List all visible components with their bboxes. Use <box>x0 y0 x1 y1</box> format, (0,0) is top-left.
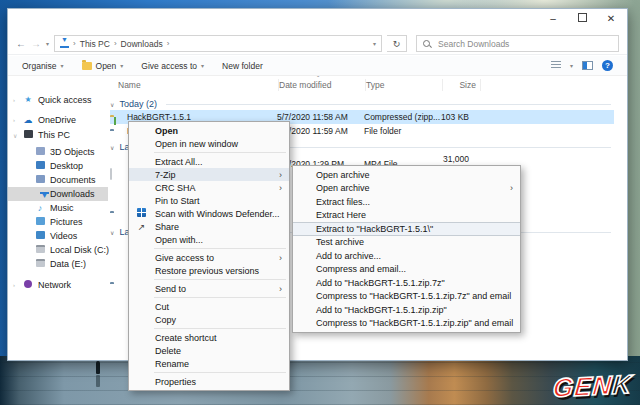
forward-button[interactable]: → <box>31 38 41 49</box>
menu-item-open-new-window[interactable]: Open in new window <box>129 137 289 150</box>
menu-item-delete[interactable]: Delete <box>129 344 289 357</box>
submenu-item-compress-email[interactable]: Compress and email... <box>293 263 520 277</box>
column-type[interactable]: Type <box>366 79 443 91</box>
submenu-item-add-to-archive[interactable]: Add to archive... <box>293 249 520 263</box>
breadcrumb-downloads[interactable]: Downloads <box>121 39 163 49</box>
help-icon[interactable]: ? <box>602 60 613 71</box>
submenu-arrow-icon: › <box>279 253 282 263</box>
change-view-icon[interactable] <box>551 61 561 70</box>
documents-icon <box>35 175 45 185</box>
menu-item-7zip[interactable]: 7-Zip › <box>129 168 289 181</box>
column-date-modified[interactable]: ˆ Date modified <box>279 79 366 91</box>
drive-icon <box>35 259 45 269</box>
submenu-item-extract-to[interactable]: Extract to "HackBGRT-1.5.1\" <box>293 222 520 236</box>
breadcrumb-separator: › <box>73 39 76 48</box>
refresh-button[interactable]: ↻ <box>387 35 407 52</box>
menu-item-give-access[interactable]: Give access to › <box>129 251 289 264</box>
preview-pane-icon[interactable] <box>582 61 593 70</box>
back-button[interactable]: ← <box>16 38 26 49</box>
organise-button[interactable]: Organise ▾ <box>22 61 64 71</box>
menu-separator <box>154 328 286 329</box>
menu-item-copy[interactable]: Copy <box>129 313 289 326</box>
give-access-button[interactable]: Give access to ▾ <box>141 61 204 71</box>
sidebar-item-network[interactable]: › Network <box>8 278 108 292</box>
expand-icon[interactable]: › <box>13 282 15 288</box>
submenu-arrow-icon: › <box>279 170 282 180</box>
caret-down-icon: ▾ <box>201 62 204 69</box>
submenu-item-test-archive[interactable]: Test archive <box>293 236 520 250</box>
sidebar-item-desktop[interactable]: Desktop <box>8 159 108 173</box>
file-date: 5/7/2020 11:58 AM <box>277 112 364 122</box>
caret-down-icon: ▾ <box>120 62 123 69</box>
sidebar-item-3d-objects[interactable]: 3D Objects <box>8 145 108 159</box>
submenu-item-extract-files[interactable]: Extract files... <box>293 195 520 209</box>
sidebar-item-onedrive[interactable]: › ☁ OneDrive <box>8 113 108 127</box>
sidebar-item-data-e[interactable]: Data (E:) <box>8 257 108 271</box>
menu-item-pin-to-start[interactable]: Pin to Start <box>129 194 289 207</box>
menu-item-open-with[interactable]: Open with... <box>129 233 289 246</box>
submenu-item-open-archive-sub[interactable]: Open archive › <box>293 182 520 196</box>
sidebar-item-this-pc[interactable]: ∨ This PC <box>8 128 108 142</box>
sidebar-item-documents[interactable]: Documents <box>8 173 108 187</box>
new-folder-button[interactable]: New folder <box>222 61 263 71</box>
submenu-item-add-zip[interactable]: Add to "HackBGRT-1.5.1.zip.zip" <box>293 303 520 317</box>
maximize-button[interactable] <box>576 12 588 26</box>
file-icon <box>110 168 112 180</box>
menu-item-cut[interactable]: Cut <box>129 300 289 313</box>
file-date: 5/7/2020 11:59 AM <box>277 126 364 136</box>
address-bar[interactable]: › This PC › Downloads › ▾ <box>54 35 382 52</box>
group-header-today[interactable]: ∨ Today (2) <box>110 98 611 110</box>
breadcrumb-separator: › <box>167 39 170 48</box>
submenu-item-compress-7z-email[interactable]: Compress to "HackBGRT-1.5.1.zip.7z" and … <box>293 290 520 304</box>
recent-locations-dropdown[interactable]: ▾ <box>46 40 49 47</box>
sort-indicator-icon: ˆ <box>317 73 319 85</box>
share-icon: ↗ <box>136 222 147 232</box>
windows-defender-icon <box>136 208 147 219</box>
sidebar-item-local-disk-c[interactable]: Local Disk (C:) <box>8 243 108 257</box>
7zip-submenu: Open archive Open archive › Extract file… <box>292 165 521 333</box>
address-dropdown-icon[interactable]: ▾ <box>373 40 376 47</box>
sidebar-item-pictures[interactable]: Pictures <box>8 215 108 229</box>
titlebar[interactable]: – ✕ <box>8 9 627 31</box>
column-name[interactable]: Name <box>118 79 279 91</box>
expand-icon[interactable]: ∨ <box>13 132 17 139</box>
group-chevron-icon[interactable]: ∨ <box>110 144 114 151</box>
genk-watermark: GENK <box>552 371 633 401</box>
sidebar-item-quick-access[interactable]: › ★ Quick access <box>8 93 108 107</box>
search-box[interactable] <box>416 35 619 52</box>
view-caret-icon[interactable]: ▾ <box>570 62 573 69</box>
menu-item-share[interactable]: ↗ Share <box>129 220 289 233</box>
group-chevron-icon[interactable]: ∨ <box>110 101 114 108</box>
expand-icon[interactable]: › <box>13 97 15 103</box>
computer-icon <box>23 130 33 140</box>
sidebar-item-videos[interactable]: Videos <box>8 229 108 243</box>
menu-item-send-to[interactable]: Send to › <box>129 282 289 295</box>
menu-item-properties[interactable]: Properties <box>129 375 289 388</box>
sidebar-item-downloads[interactable]: Downloads <box>8 187 108 201</box>
menu-item-open[interactable]: Open <box>129 124 289 137</box>
open-button[interactable]: Open ▾ <box>82 61 124 71</box>
submenu-item-add-7z[interactable]: Add to "HackBGRT-1.5.1.zip.7z" <box>293 276 520 290</box>
breadcrumb-this-pc[interactable]: This PC <box>80 39 110 49</box>
minimize-button[interactable]: – <box>547 12 559 26</box>
search-input[interactable] <box>436 38 612 50</box>
menu-item-crc-sha[interactable]: CRC SHA › <box>129 181 289 194</box>
menu-item-create-shortcut[interactable]: Create shortcut <box>129 331 289 344</box>
expand-icon[interactable]: › <box>13 117 15 123</box>
submenu-arrow-icon: › <box>279 284 282 294</box>
genk-text-red: GEN <box>552 370 614 403</box>
menu-item-restore-versions[interactable]: Restore previous versions <box>129 264 289 277</box>
submenu-item-open-archive[interactable]: Open archive <box>293 168 520 182</box>
submenu-item-compress-zip-email[interactable]: Compress to "HackBGRT-1.5.1.zip.zip" and… <box>293 317 520 331</box>
group-chevron-icon[interactable]: ∨ <box>110 229 114 236</box>
menu-separator <box>154 152 286 153</box>
column-size[interactable]: Size <box>443 79 481 91</box>
menu-item-rename[interactable]: Rename <box>129 357 289 370</box>
address-bar-row: ← → ▾ › This PC › Downloads › ▾ ↻ <box>8 33 627 55</box>
submenu-item-extract-here[interactable]: Extract Here <box>293 209 520 223</box>
menu-separator <box>154 248 286 249</box>
menu-item-scan-defender[interactable]: Scan with Windows Defender... <box>129 207 289 220</box>
sidebar-item-music[interactable]: ♪ Music <box>8 201 108 215</box>
close-button[interactable]: ✕ <box>605 12 617 26</box>
menu-item-extract-all[interactable]: Extract All... <box>129 155 289 168</box>
